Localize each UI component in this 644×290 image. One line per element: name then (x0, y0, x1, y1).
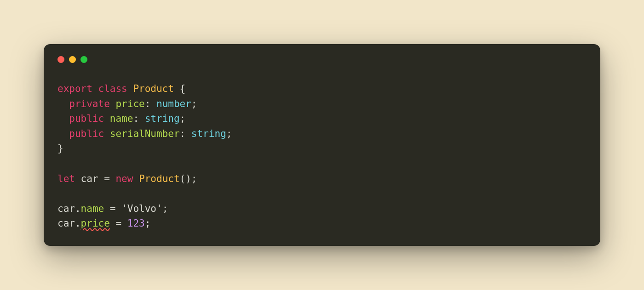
member-name: name (81, 203, 104, 214)
code-line: let car = new Product(); (58, 173, 197, 184)
keyword-public: public (69, 113, 104, 124)
code-editor: export class Product { private price: nu… (58, 81, 586, 231)
member-serialnumber: serialNumber (110, 128, 180, 139)
brace: } (58, 143, 63, 154)
variable-car: car (58, 203, 75, 214)
code-line: public serialNumber: string; (58, 128, 232, 139)
variable-car: car (81, 173, 98, 184)
variable-car: car (58, 218, 75, 229)
type-number: number (156, 98, 191, 109)
brace: { (174, 83, 185, 94)
code-line: } (58, 143, 63, 154)
keyword-new: new (115, 173, 133, 184)
code-line: private price: number; (58, 98, 197, 109)
window-controls (58, 56, 586, 63)
type-string: string (145, 113, 180, 124)
number-literal: 123 (127, 218, 145, 229)
keyword-let: let (58, 173, 75, 184)
keyword-private: private (69, 98, 110, 109)
code-window: export class Product { private price: nu… (44, 44, 600, 245)
minimize-icon[interactable] (69, 56, 76, 63)
code-line: public name: string; (58, 113, 185, 124)
maximize-icon[interactable] (80, 56, 87, 63)
close-icon[interactable] (58, 56, 64, 63)
member-name: name (110, 113, 133, 124)
code-line: car.name = 'Volvo'; (58, 203, 168, 214)
error-squiggle-icon: price (81, 218, 110, 229)
keyword-class: class (98, 83, 127, 94)
code-line: export class Product { (58, 83, 185, 94)
class-name: Product (139, 173, 180, 184)
code-line: car.price = 123; (58, 218, 150, 229)
string-literal: 'Volvo' (121, 203, 162, 214)
type-string: string (191, 128, 226, 139)
keyword-public: public (69, 128, 104, 139)
keyword-export: export (58, 83, 92, 94)
member-price: price (115, 98, 144, 109)
class-name: Product (133, 83, 174, 94)
